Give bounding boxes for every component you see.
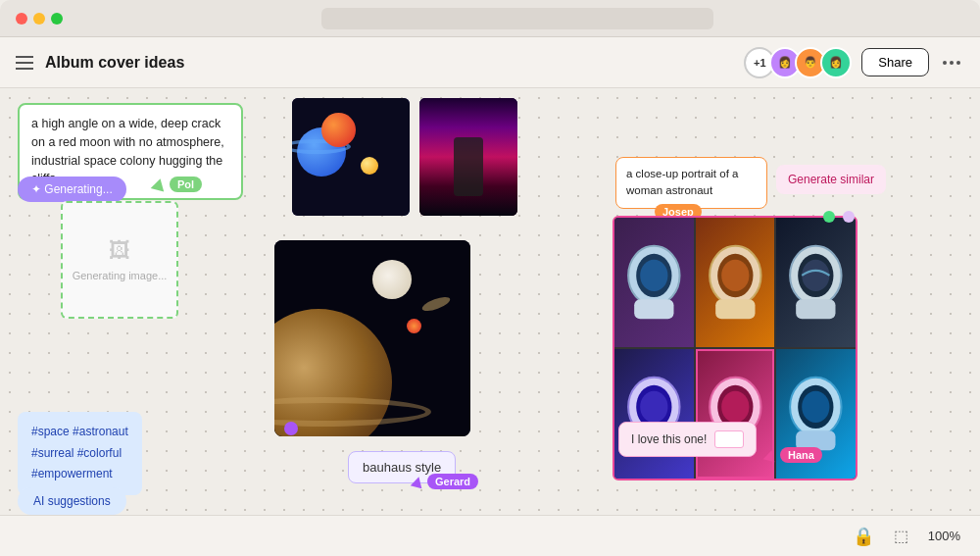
dot	[943, 61, 947, 65]
fit-screen-icon[interactable]: ⬚	[894, 527, 908, 545]
avatar-3: 👩	[820, 47, 852, 78]
share-button[interactable]: Share	[861, 48, 929, 76]
generating-button[interactable]: ✦ Generating...	[18, 177, 126, 202]
more-options-button[interactable]	[939, 57, 964, 69]
svg-rect-3	[634, 299, 673, 319]
love-text: I love this one!	[631, 432, 707, 446]
svg-point-6	[721, 260, 749, 291]
canvas: a high angle on a wide, deep crack on a …	[0, 88, 980, 556]
cursor-hana: Hana	[764, 447, 822, 463]
space-image-2	[419, 98, 517, 216]
cursor-icon-hana	[763, 448, 777, 462]
bauhaus-text: bauhaus style	[363, 460, 441, 475]
bottom-bar: 🔒 ⬚ 100%	[0, 515, 980, 556]
address-bar[interactable]	[321, 8, 713, 29]
dot-green-1	[823, 211, 835, 223]
svg-point-18	[721, 391, 749, 423]
love-input[interactable]	[714, 430, 744, 448]
astro-cell-1[interactable]	[614, 218, 694, 347]
love-label: I love this one!	[618, 422, 757, 457]
svg-point-22	[803, 391, 830, 423]
astro-cell-4[interactable]	[614, 349, 694, 479]
avatar-group: +1 👩 👨 👩	[750, 47, 852, 78]
prompt-text-1: a high angle on a wide, deep crack on a …	[31, 117, 224, 185]
space-image-large	[274, 240, 470, 436]
astro-cell-3[interactable]	[776, 218, 856, 347]
header-right: +1 👩 👨 👩 Share	[750, 47, 964, 78]
header: Album cover ideas +1 👩 👨 👩 Share	[0, 37, 980, 88]
page-title: Album cover ideas	[45, 54, 184, 72]
traffic-lights	[16, 13, 63, 25]
window-chrome	[0, 0, 980, 37]
minimize-button[interactable]	[33, 13, 45, 25]
svg-rect-7	[715, 299, 755, 319]
generating-image-placeholder: 🖼 Generating image...	[61, 201, 178, 319]
prompt-text-2: a close-up portrait of a woman astronaut	[626, 168, 738, 196]
image-icon: 🖼	[109, 238, 130, 264]
generating-image-text: Generating image...	[73, 270, 168, 281]
svg-point-2	[640, 260, 667, 291]
generate-similar-button[interactable]: Generate similar	[776, 165, 886, 194]
dot-green-2	[843, 211, 855, 223]
svg-rect-11	[796, 299, 835, 319]
tags-box: #space #astronaut #surreal #colorful #em…	[18, 412, 142, 495]
dot-purple	[284, 422, 298, 435]
dot	[956, 61, 960, 65]
cursor-label-pol: Pol	[170, 177, 202, 192]
menu-button[interactable]	[16, 56, 33, 70]
cursor-gerard: Gerard	[412, 474, 478, 489]
cursor-label-gerard: Gerard	[427, 474, 478, 489]
lock-icon[interactable]: 🔒	[853, 526, 874, 547]
cursor-icon	[151, 177, 168, 191]
zoom-level: 100%	[928, 529, 960, 543]
cursor-label-hana: Hana	[780, 447, 822, 463]
prompt-box-2[interactable]: a close-up portrait of a woman astronaut	[615, 157, 767, 209]
svg-point-14	[640, 391, 667, 423]
cursor-pol: Pol	[152, 177, 202, 192]
ai-suggestions-button[interactable]: AI suggestions	[18, 487, 126, 515]
dot	[950, 61, 954, 65]
space-image-1	[292, 98, 410, 216]
astro-cell-2[interactable]	[696, 218, 775, 347]
close-button[interactable]	[16, 13, 27, 25]
maximize-button[interactable]	[51, 13, 63, 25]
svg-point-10	[803, 260, 830, 291]
tags-text: #space #astronaut #surreal #colorful #em…	[31, 425, 128, 480]
cursor-icon-gerard	[411, 475, 424, 488]
